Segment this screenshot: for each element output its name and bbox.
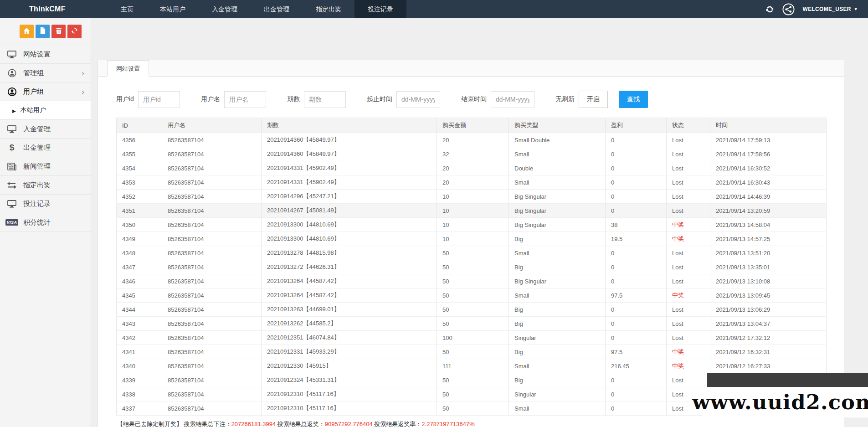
- sidebar: 网站设置管理组›用户组›▶本站用户入金管理$出金管理新闻管理指定出奖投注记录VI…: [0, 18, 91, 427]
- cell-type: Small: [509, 401, 606, 416]
- avatar-icon[interactable]: [782, 3, 795, 15]
- trash-icon: [56, 27, 62, 36]
- sidebar-item-label: 积分统计: [23, 218, 51, 227]
- cell-profit: 216.45: [606, 359, 667, 373]
- nav-item-4[interactable]: 指定出奖: [303, 0, 354, 18]
- sidebar-item-label: 入金管理: [23, 125, 51, 134]
- navbar-right: WELCOME_USER ▼: [765, 0, 868, 18]
- nav-menu: 主页本站用户入金管理出金管理指定出奖投注记录: [108, 0, 406, 18]
- table-row[interactable]: 43428526358710420210912351【46074.84】100S…: [117, 331, 827, 345]
- sidebar-item-网站设置[interactable]: 网站设置: [0, 45, 91, 64]
- nav-item-3[interactable]: 出金管理: [251, 0, 303, 18]
- cell-status: 中奖: [667, 218, 710, 232]
- sidebar-item-指定出奖[interactable]: 指定出奖: [0, 176, 91, 195]
- cell-amount: 10: [437, 218, 509, 232]
- username-input[interactable]: [224, 91, 266, 108]
- table-row[interactable]: 43548526358710420210914331【45902.49】20Do…: [117, 161, 827, 175]
- table-row[interactable]: 43418526358710420210912331【45933.29】50Bi…: [117, 345, 827, 359]
- tab-site-settings[interactable]: 网站设置: [107, 60, 149, 77]
- refresh-icon[interactable]: [765, 5, 774, 14]
- table-row[interactable]: 43468526358710420210913264【44587.42】50Bi…: [117, 274, 827, 288]
- cell-username: 85263587104: [162, 331, 262, 345]
- cell-status: Lost: [667, 246, 710, 260]
- user-solid-icon: [6, 87, 17, 96]
- table-row[interactable]: 43508526358710420210913300【44810.69】10Bi…: [117, 218, 827, 232]
- exchange-icon: [6, 180, 17, 190]
- search-button[interactable]: 查找: [619, 91, 648, 108]
- sidebar-item-投注记录[interactable]: 投注记录: [0, 195, 91, 213]
- sidebar-item-label: 用户组: [23, 87, 44, 96]
- sidebar-item-积分统计[interactable]: VISA积分统计: [0, 213, 91, 232]
- cell-profit: 38: [606, 218, 667, 232]
- cell-status: Lost: [667, 373, 710, 387]
- summary-value: 90957292.776404: [325, 421, 373, 427]
- file-button[interactable]: [36, 25, 50, 38]
- sidebar-item-出金管理[interactable]: $出金管理: [0, 139, 91, 157]
- cell-type: Big: [509, 260, 606, 274]
- username-label: 用户名: [201, 95, 220, 103]
- no-refresh-toggle[interactable]: 开启: [579, 91, 608, 108]
- table-row[interactable]: 43408526358710420210912330【45915】111Smal…: [117, 359, 827, 373]
- cell-profit: 97.5: [606, 288, 667, 303]
- news-icon: [6, 162, 17, 171]
- table-row[interactable]: 43458526358710420210913264【44587.42】50Sm…: [117, 288, 827, 303]
- cell-period: 20210913263【44699.01】: [262, 303, 437, 317]
- end-time-input[interactable]: [491, 91, 534, 108]
- brand-logo[interactable]: ThinkCMF: [0, 0, 91, 18]
- sidebar-item-本站用户[interactable]: ▶本站用户: [0, 101, 91, 120]
- sidebar-item-label: 管理组: [23, 69, 44, 77]
- sidebar-item-用户组[interactable]: 用户组›: [0, 82, 91, 101]
- nav-item-2[interactable]: 入金管理: [199, 0, 251, 18]
- trash-button[interactable]: [51, 25, 66, 38]
- cell-profit: 0: [606, 175, 667, 190]
- cell-amount: 10: [437, 190, 509, 204]
- table-row[interactable]: 43528526358710420210914296【45247.21】10Bi…: [117, 190, 827, 204]
- cell-amount: 20: [437, 161, 509, 175]
- table-row[interactable]: 43438526358710420210913262【44585.2】50Big…: [117, 317, 827, 331]
- sidebar-item-新闻管理[interactable]: 新闻管理: [0, 157, 91, 176]
- table-row[interactable]: 43518526358710420210914267【45081.49】10Bi…: [117, 204, 827, 218]
- recycle-button[interactable]: [67, 25, 82, 38]
- cell-time: 2021/09/14 17:58:56: [710, 147, 827, 161]
- user-menu[interactable]: WELCOME_USER ▼: [803, 6, 858, 12]
- nav-item-5[interactable]: 投注记录: [354, 0, 406, 18]
- cell-profit: 0: [606, 303, 667, 317]
- sidebar-item-label: 新闻管理: [23, 162, 51, 171]
- sidebar-item-入金管理[interactable]: 入金管理: [0, 120, 91, 139]
- cell-period: 20210913262【44585.2】: [262, 317, 437, 331]
- cell-status: Lost: [667, 274, 710, 288]
- table-row[interactable]: 43568526358710420210914360【45849.97】20Sm…: [117, 133, 827, 147]
- cell-time: 2021/09/13 14:57:25: [710, 232, 827, 246]
- visa-icon: VISA: [6, 218, 17, 227]
- table-row[interactable]: 43478526358710420210913272【44626.31】50Bi…: [117, 260, 827, 274]
- summary-value: 207266181.3994: [231, 421, 276, 427]
- sidebar-item-管理组[interactable]: 管理组›: [0, 64, 91, 82]
- table-row[interactable]: 43498526358710420210913300【44810.69】10Bi…: [117, 232, 827, 246]
- sidebar-item-label: 投注记录: [23, 200, 51, 208]
- nav-item-0[interactable]: 主页: [108, 0, 147, 18]
- monitor-icon: [6, 199, 17, 208]
- cell-time: 2021/09/13 13:10:08: [710, 274, 827, 288]
- cell-period: 20210912351【46074.84】: [262, 331, 437, 345]
- period-input[interactable]: [304, 91, 346, 108]
- cell-time: 2021/09/12 16:32:31: [710, 345, 827, 359]
- cell-status: Lost: [667, 190, 710, 204]
- sidebar-item-label: 本站用户: [21, 106, 46, 114]
- user-id-input[interactable]: [138, 91, 180, 108]
- cell-time: 2021/09/13 13:35:01: [710, 260, 827, 274]
- table-row[interactable]: 43538526358710420210914331【45902.49】20Sm…: [117, 175, 827, 190]
- watermark-text: www.uuid2.com: [692, 390, 868, 414]
- home-button[interactable]: [20, 25, 34, 38]
- table-row[interactable]: 43488526358710420210913278【44815.98】50Sm…: [117, 246, 827, 260]
- sidebar-item-label: 指定出奖: [23, 181, 51, 190]
- cell-amount: 50: [437, 345, 509, 359]
- start-time-input[interactable]: [396, 91, 440, 108]
- cell-type: Small: [509, 246, 606, 260]
- table-row[interactable]: 43558526358710420210914360【45849.97】32Sm…: [117, 147, 827, 161]
- summary-value: 2.2787197713647%: [421, 421, 474, 427]
- cell-type: Big Singular: [509, 204, 606, 218]
- nav-item-1[interactable]: 本站用户: [147, 0, 199, 18]
- summary-label: 搜索结果返奖率：: [373, 421, 422, 427]
- cell-id: 4338: [117, 387, 162, 401]
- table-row[interactable]: 43448526358710420210913263【44699.01】50Bi…: [117, 303, 827, 317]
